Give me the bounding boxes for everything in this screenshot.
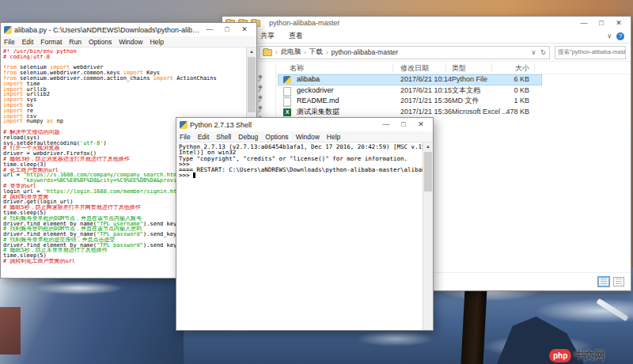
shell-scrollbar[interactable]: ▲ bbox=[423, 142, 433, 330]
editor-menu-edit[interactable]: Edit bbox=[22, 38, 34, 46]
pin-icon bbox=[258, 85, 263, 89]
shell-menu-shell[interactable]: Shell bbox=[216, 133, 231, 141]
python-icon bbox=[4, 26, 12, 34]
breadcrumb-separator: › bbox=[304, 49, 306, 56]
column-divider bbox=[491, 63, 492, 72]
file-name: README.md bbox=[297, 96, 339, 107]
shell-title: Python 2.7.13 Shell bbox=[190, 121, 252, 129]
code-line: from selenium import webdriver bbox=[3, 65, 246, 70]
shell-titlebar[interactable]: Python 2.7.13 Shell — □ ✕ bbox=[176, 118, 433, 131]
editor-titlebar[interactable]: alibaba.py - C:\Users\aNDREWS\Downloads\… bbox=[1, 23, 256, 36]
file-date: 2017/6/21 10:14 bbox=[400, 74, 452, 85]
refresh-icon[interactable]: ↻ bbox=[540, 49, 546, 56]
close-button[interactable]: ✕ bbox=[610, 17, 627, 30]
file-row-python[interactable]: alibaba2017/6/21 10:14Python File6 KB bbox=[276, 74, 629, 85]
address-dropdown-icon[interactable]: ∨ bbox=[531, 49, 536, 56]
column-header-type[interactable]: 类型 bbox=[452, 63, 466, 74]
minimize-button[interactable]: — bbox=[377, 118, 395, 131]
shell-content[interactable]: Python 2.7.13 (v2.7.13:a06454b1afa1, Dec… bbox=[176, 142, 433, 330]
file-type: Python File bbox=[452, 74, 487, 85]
shell-menu-help[interactable]: Help bbox=[327, 133, 340, 141]
shell-menu-debug[interactable]: Debug bbox=[238, 133, 258, 141]
column-divider bbox=[445, 63, 446, 72]
file-name: alibaba bbox=[297, 74, 320, 85]
tab-view[interactable]: 查看 bbox=[289, 31, 303, 41]
maximize-button[interactable]: □ bbox=[395, 118, 412, 131]
explorer-titlebar[interactable]: python-alibaba-master — □ ✕ bbox=[222, 17, 631, 29]
scrollbar-thumb[interactable] bbox=[248, 57, 256, 112]
file-row-text[interactable]: README.md2017/1/21 15:36MD 文件1 KB bbox=[276, 96, 629, 107]
code-line: import os bbox=[3, 103, 246, 108]
scrollbar-thumb[interactable] bbox=[424, 152, 432, 191]
python-icon bbox=[180, 121, 188, 129]
file-date: 2017/1/21 15:36 bbox=[400, 96, 452, 107]
address-folder-icon bbox=[263, 49, 272, 56]
shell-menu-options[interactable]: Options bbox=[265, 133, 288, 141]
code-line: import re bbox=[3, 108, 246, 114]
breadcrumb-item[interactable]: 此电脑 bbox=[281, 47, 301, 57]
shell-output: Python 2.7.13 (v2.7.13:a06454b1afa1, Dec… bbox=[179, 144, 422, 179]
php-logo-text: 中文网 bbox=[574, 348, 605, 362]
shell-menu-edit[interactable]: Edit bbox=[198, 133, 210, 141]
shell-menu-file[interactable]: File bbox=[180, 133, 191, 141]
excel-file-icon: X bbox=[283, 108, 291, 116]
maximize-button[interactable]: □ bbox=[218, 23, 236, 36]
code-line: #! /usr/bin/env python bbox=[3, 49, 246, 55]
shell-line: Type "copyright", "credits" or "license(… bbox=[179, 156, 422, 161]
breadcrumb-item[interactable]: python-alibaba-master bbox=[332, 48, 399, 56]
file-size: 1 KB bbox=[490, 96, 529, 107]
text-file-icon bbox=[283, 97, 291, 107]
breadcrumb: 此电脑›下载›python-alibaba-master bbox=[281, 47, 398, 57]
column-divider bbox=[392, 63, 393, 72]
shell-window-controls: — □ ✕ bbox=[377, 118, 430, 131]
wallpaper-red-rock bbox=[0, 307, 21, 355]
column-header-date[interactable]: 修改日期 bbox=[400, 63, 429, 74]
minimize-button[interactable]: — bbox=[201, 23, 218, 36]
pin-icon bbox=[258, 95, 263, 100]
column-divider bbox=[534, 63, 535, 72]
ribbon-collapse-icon[interactable]: ∨ bbox=[607, 32, 612, 40]
breadcrumb-item[interactable]: 下载 bbox=[309, 47, 323, 57]
editor-window-controls: — □ ✕ bbox=[201, 23, 253, 36]
close-button[interactable]: ✕ bbox=[236, 23, 253, 36]
editor-menu-options[interactable]: Options bbox=[89, 38, 112, 46]
pin-icon bbox=[258, 105, 263, 110]
help-icon[interactable]: ? bbox=[616, 32, 624, 40]
address-bar[interactable]: › 此电脑›下载›python-alibaba-master ∨ ↻ bbox=[259, 46, 550, 59]
code-line: import urllib2 bbox=[3, 92, 246, 97]
code-line: import time bbox=[3, 82, 246, 87]
code-line bbox=[3, 60, 246, 66]
editor-menu-help[interactable]: Help bbox=[150, 38, 163, 46]
pin-icon bbox=[258, 74, 263, 79]
explorer-ribbon-tabs: 共享 查看 ∨ ? bbox=[222, 29, 631, 44]
tab-share[interactable]: 共享 bbox=[260, 31, 275, 41]
breadcrumb-separator: › bbox=[275, 49, 278, 56]
editor-menu-run[interactable]: Run bbox=[69, 38, 81, 46]
maximize-button[interactable]: □ bbox=[593, 17, 610, 30]
large-icons-view-button[interactable] bbox=[613, 277, 624, 286]
file-type: 文本文档 bbox=[452, 85, 480, 97]
php-watermark: php 中文网 bbox=[549, 348, 605, 362]
shell-menu-window[interactable]: Window bbox=[296, 133, 320, 141]
python-file-icon bbox=[283, 76, 291, 84]
file-date: 2017/6/21 10:15 bbox=[400, 85, 452, 97]
text-file-icon bbox=[283, 87, 291, 97]
scroll-up-icon[interactable]: ▲ bbox=[247, 47, 256, 56]
minimize-button[interactable]: — bbox=[575, 17, 593, 30]
editor-menu-window[interactable]: Window bbox=[119, 38, 142, 46]
column-header-name[interactable]: 名称 bbox=[290, 63, 304, 74]
file-row-text[interactable]: geckodriver2017/6/21 10:15文本文档0 KB bbox=[276, 85, 629, 97]
file-name: geckodriver bbox=[297, 85, 334, 97]
file-size: 6 KB bbox=[490, 74, 529, 85]
shell-line: >>> bbox=[179, 173, 422, 178]
details-view-button[interactable] bbox=[598, 277, 609, 286]
search-input[interactable]: 搜索"python-alibaba-maste... bbox=[555, 46, 626, 59]
scroll-up-icon[interactable]: ▲ bbox=[423, 142, 433, 151]
editor-menu-format[interactable]: Format bbox=[40, 38, 62, 46]
close-button[interactable]: ✕ bbox=[412, 118, 430, 131]
editor-menu-file[interactable]: File bbox=[4, 38, 15, 46]
code-line: # coding:utf-8 bbox=[3, 55, 246, 60]
file-row-excel[interactable]: X测试采集数据2017/1/21 15:36Microsoft Excel ..… bbox=[276, 107, 629, 118]
column-header-size[interactable]: 大小 bbox=[498, 63, 529, 74]
file-size: 478 KB bbox=[490, 107, 529, 118]
